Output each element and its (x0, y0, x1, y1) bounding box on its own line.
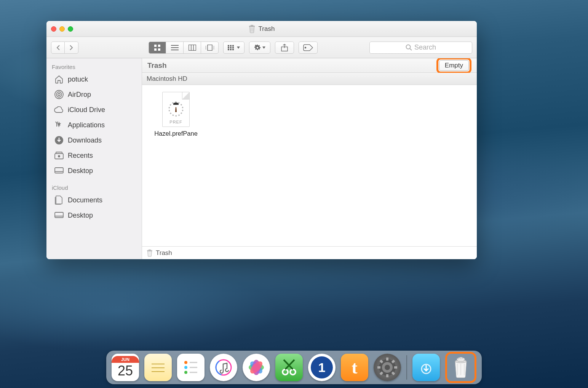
column-view-button[interactable] (184, 42, 201, 54)
minimize-button[interactable] (59, 26, 65, 32)
maximize-button[interactable] (68, 26, 73, 32)
svg-point-22 (257, 46, 259, 48)
sidebar-item-potuck[interactable]: potuck (46, 72, 142, 87)
sidebar-item-recents[interactable]: Recents (46, 148, 142, 163)
sidebar-header-favorites: Favorites (46, 61, 142, 72)
svg-point-25 (406, 45, 410, 49)
file-name: Hazel.prefPane (154, 130, 198, 137)
group-button[interactable] (223, 42, 244, 54)
svg-rect-7 (189, 45, 196, 50)
svg-point-41 (184, 361, 187, 364)
dock-photos[interactable] (243, 354, 270, 381)
action-menu-button[interactable] (249, 42, 270, 54)
home-icon (54, 74, 64, 84)
dock-downloads[interactable] (412, 354, 440, 381)
back-button[interactable] (51, 42, 65, 54)
items-area[interactable]: PREF Hazel.prefPane (142, 85, 477, 246)
volume-header: Macintosh HD (142, 73, 477, 85)
window-title: Trash (249, 25, 275, 33)
empty-trash-button[interactable]: Empty (439, 60, 469, 71)
dock-calendar[interactable]: JUN 25 (112, 354, 139, 381)
trash-icon (249, 25, 256, 33)
path-label: Trash (156, 249, 172, 257)
search-icon (406, 44, 412, 51)
tumblr-glyph: t (352, 358, 357, 378)
location-bar: Trash Empty (142, 58, 477, 73)
svg-rect-21 (232, 49, 234, 50)
dock-trash[interactable] (448, 354, 474, 380)
tags-button[interactable] (299, 42, 318, 54)
sidebar-item-documents[interactable]: Documents (46, 192, 142, 208)
dock-1password[interactable]: 1 (308, 354, 336, 381)
sidebar-item-label: Applications (68, 121, 105, 129)
titlebar[interactable]: Trash (46, 21, 477, 37)
sidebar-item-label: Documents (68, 196, 102, 204)
path-bar[interactable]: Trash (142, 246, 477, 259)
svg-rect-20 (232, 47, 234, 48)
file-item[interactable]: PREF Hazel.prefPane (147, 92, 205, 137)
svg-rect-14 (228, 47, 229, 48)
dock-screenshot[interactable] (275, 354, 303, 381)
airdrop-icon (54, 90, 64, 99)
gallery-view-button[interactable] (201, 42, 219, 54)
dock-music[interactable] (210, 354, 237, 381)
desktop-icon (54, 210, 64, 220)
share-button[interactable] (275, 42, 294, 54)
sidebar-item-desktop[interactable]: Desktop (46, 163, 142, 178)
sidebar-item-icloud-drive[interactable]: iCloud Drive (46, 102, 142, 117)
svg-rect-19 (232, 45, 234, 46)
svg-point-59 (385, 365, 390, 370)
content-area: Trash Empty Macintosh HD PREF Hazel.pref… (142, 58, 477, 259)
cloud-icon (54, 105, 64, 115)
svg-rect-18 (230, 49, 232, 50)
sidebar-item-label: Desktop (68, 212, 93, 220)
file-badge: PREF (169, 120, 182, 124)
svg-rect-2 (154, 48, 157, 51)
close-button[interactable] (51, 26, 56, 32)
svg-point-42 (184, 366, 187, 369)
forward-button[interactable] (65, 42, 78, 54)
sidebar-item-downloads[interactable]: Downloads (46, 133, 142, 148)
list-view-button[interactable] (166, 42, 184, 54)
sidebar-item-label: Downloads (68, 136, 102, 144)
calendar-month: JUN (112, 356, 139, 363)
svg-rect-16 (230, 45, 232, 46)
documents-icon (54, 195, 64, 205)
dock-tumblr[interactable]: t (341, 354, 368, 381)
calendar-day: 25 (118, 363, 133, 379)
svg-point-56 (290, 369, 296, 375)
svg-point-33 (58, 156, 60, 157)
svg-rect-1 (158, 45, 160, 47)
svg-rect-10 (208, 45, 212, 50)
sidebar-item-label: Recents (68, 152, 93, 160)
prefpane-icon: PREF (162, 92, 190, 127)
view-switcher (149, 42, 219, 54)
dock-system-preferences[interactable] (374, 354, 401, 381)
sidebar-item-label: AirDrop (68, 91, 91, 99)
window-title-text: Trash (259, 25, 275, 33)
search-placeholder: Search (414, 43, 436, 51)
icon-view-button[interactable] (149, 42, 166, 54)
svg-rect-0 (154, 45, 157, 47)
onepassword-glyph: 1 (311, 356, 333, 378)
window-controls (51, 26, 73, 32)
svg-point-28 (56, 92, 62, 97)
svg-rect-34 (55, 168, 63, 173)
svg-rect-13 (228, 45, 229, 46)
recents-icon (54, 151, 64, 160)
sidebar-item-airdrop[interactable]: AirDrop (46, 87, 142, 102)
dock-reminders[interactable] (177, 354, 205, 381)
finder-window: Trash (46, 21, 477, 259)
toolbar: Search (46, 37, 477, 58)
sidebar-item-label: iCloud Drive (68, 106, 105, 114)
dock-notes[interactable] (144, 354, 172, 381)
sidebar-item-applications[interactable]: Applications (46, 117, 142, 133)
svg-point-24 (305, 47, 306, 48)
svg-rect-15 (228, 49, 229, 50)
svg-rect-36 (55, 212, 63, 218)
sidebar-item-desktop-icloud[interactable]: Desktop (46, 208, 142, 223)
sidebar: Favorites potuck AirDrop iCloud Drive Ap… (46, 58, 142, 259)
svg-line-26 (410, 49, 412, 51)
svg-rect-32 (56, 152, 62, 154)
search-field[interactable]: Search (369, 42, 472, 54)
